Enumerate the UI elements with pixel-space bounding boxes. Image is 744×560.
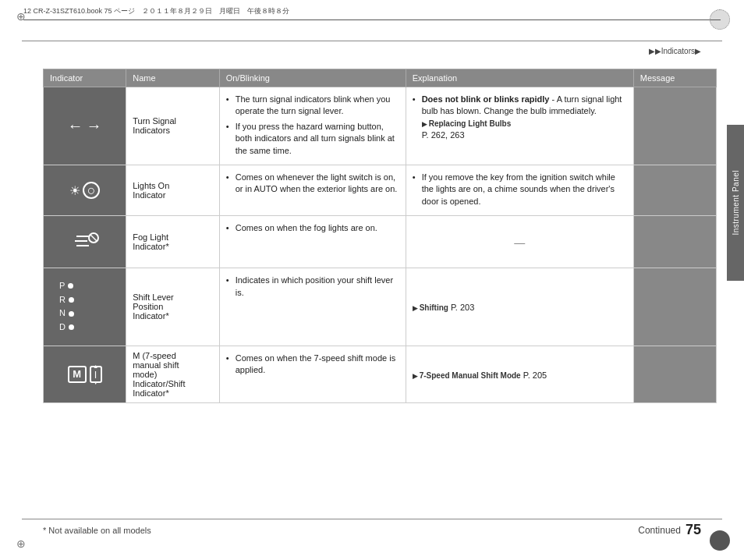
gear-row-p: P <box>59 279 110 293</box>
corner-br <box>710 530 730 551</box>
explanation-dash: — <box>514 236 525 249</box>
fog-light-name: Fog LightIndicator* <box>133 232 168 251</box>
i-top: ▲ <box>93 363 98 369</box>
shift-lever-blink-cell: Indicates in which position your shift l… <box>219 268 406 346</box>
fog-light-name-cell: Fog LightIndicator* <box>126 216 219 268</box>
message-dash: — <box>669 184 680 197</box>
message-dash: — <box>669 236 680 248</box>
lights-on-blink-list: Comes on whenever the light switch is on… <box>226 172 399 196</box>
indicators-table-wrap: Indicator Name On/Blinking Explanation M… <box>43 69 717 403</box>
breadcrumb-text: ▶▶Indicators▶ <box>649 47 701 55</box>
continued-label: Continued <box>638 525 681 536</box>
gear-label-r: R <box>59 293 66 307</box>
lights-on-icon: ☀ ○ <box>50 175 119 205</box>
arrow-right-icon: → <box>87 117 102 135</box>
footer: * Not available on all models Continued … <box>43 522 701 538</box>
shift-lever-blink-list: Indicates in which position your shift l… <box>226 275 399 299</box>
col-name: Name <box>126 69 219 87</box>
gear-dot-n <box>69 311 74 317</box>
lights-on-name: Lights OnIndicator <box>133 181 169 200</box>
bottom-rule <box>22 519 722 519</box>
col-indicator: Indicator <box>44 69 126 87</box>
top-rule <box>22 41 722 41</box>
list-item: Comes on whenever the light switch is on… <box>226 172 399 196</box>
gear-dot-d <box>69 324 74 330</box>
list-item: Comes on when the 7-speed shift mode is … <box>226 353 399 377</box>
list-item: If you remove the key from the ignition … <box>413 172 627 207</box>
m-mode-explanation-cell: 7-Speed Manual Shift Mode P. 205 <box>406 346 633 402</box>
i-box-icon: ▲ | ▼ <box>90 366 102 383</box>
svg-line-4 <box>90 235 97 241</box>
table-row: ☀ ○ Lights OnIndicator Comes on whenever… <box>44 165 717 215</box>
gear-row-n: N <box>59 307 110 321</box>
gear-label-n: N <box>59 307 66 321</box>
shift-lever-indicator-cell: P R N D <box>44 268 126 346</box>
indicators-table: Indicator Name On/Blinking Explanation M… <box>43 69 717 403</box>
m-mode-blink-list: Comes on when the 7-speed shift mode is … <box>226 353 399 377</box>
page-num: 75 <box>686 522 701 538</box>
gear-label-d: D <box>59 321 66 335</box>
list-item: Indicates in which position your shift l… <box>226 275 399 299</box>
arrow-left-icon: ← <box>68 117 83 135</box>
lights-on-indicator-cell: ☀ ○ <box>44 165 126 215</box>
corner-bl <box>14 537 28 551</box>
message-dash: — <box>669 368 680 381</box>
turn-signal-explanation-cell: Does not blink or blinks rapidly - A tur… <box>406 87 633 165</box>
shift-lever-message-cell: — <box>633 268 716 346</box>
i-mid: | <box>94 370 97 378</box>
fog-light-svg <box>70 227 100 252</box>
shift-lever-name: Shift LeverPositionIndicator* <box>133 292 174 321</box>
gear-dot-p <box>68 283 73 289</box>
gear-row-d: D <box>59 321 110 335</box>
lights-on-message-cell: — <box>633 165 716 215</box>
gear-row-r: R <box>59 293 110 307</box>
file-info-bar: 12 CR-Z-31SZT610.book 75 ページ ２０１１年８月２９日 … <box>23 6 721 20</box>
col-on-blinking: On/Blinking <box>219 69 406 87</box>
table-row: P R N D <box>44 268 717 346</box>
m-mode-indicator-cell: M ▲ | ▼ <box>44 346 126 402</box>
ref-page: P. 262, 263 <box>422 130 465 140</box>
shift-lever-explanation-cell: Shifting P. 203 <box>406 268 633 346</box>
col-message: Message <box>633 69 716 87</box>
turn-signal-message-cell: — <box>633 87 716 165</box>
turn-signal-icon: ← → <box>50 109 119 143</box>
fog-light-message-cell: — <box>633 216 716 268</box>
m-mode-name-cell: M (7-speedmanual shiftmode)Indicator/Shi… <box>126 346 219 402</box>
shifting-ref-link: Shifting <box>413 303 448 312</box>
file-info-text: 12 CR-Z-31SZT610.book 75 ページ ２０１１年８月２９日 … <box>23 6 289 16</box>
fog-light-explanation-cell: — <box>406 216 633 268</box>
list-item: Comes on when the fog lights are on. <box>226 222 399 234</box>
list-item: If you press the hazard warning button, … <box>226 121 399 157</box>
turn-signal-indicator-cell: ← → <box>44 87 126 165</box>
m-box-icon: M <box>68 366 87 383</box>
table-row: Fog LightIndicator* Comes on when the fo… <box>44 216 717 268</box>
fog-light-indicator-cell <box>44 216 126 268</box>
m-mode-icon: M ▲ | ▼ <box>50 358 119 391</box>
lights-on-name-cell: Lights OnIndicator <box>126 165 219 215</box>
fog-light-blink-list: Comes on when the fog lights are on. <box>226 222 399 234</box>
lights-on-blink-cell: Comes on whenever the light switch is on… <box>219 165 406 215</box>
fog-light-blink-cell: Comes on when the fog lights are on. <box>219 216 406 268</box>
m-mode-blink-cell: Comes on when the 7-speed shift mode is … <box>219 346 406 402</box>
gear-label-p: P <box>59 279 65 293</box>
table-header-row: Indicator Name On/Blinking Explanation M… <box>44 69 717 87</box>
side-tab: Instrument Panel <box>727 125 744 281</box>
turn-signal-blink-list: The turn signal indicators blink when yo… <box>226 94 399 157</box>
fog-light-icon <box>50 221 119 263</box>
turn-signal-name-cell: Turn SignalIndicators <box>126 87 219 165</box>
message-dash: — <box>669 119 680 132</box>
lights-on-explanation-list: If you remove the key from the ignition … <box>413 172 627 207</box>
side-tab-label: Instrument Panel <box>732 170 740 236</box>
gear-dot-r <box>69 297 74 303</box>
7speed-ref-link: 7-Speed Manual Shift Mode <box>413 371 521 380</box>
breadcrumb: ▶▶Indicators▶ <box>649 47 701 55</box>
ref-link: Replacing Light Bulbs <box>422 119 512 128</box>
table-row: ← → Turn SignalIndicators The turn signa… <box>44 87 717 165</box>
message-dash: — <box>669 300 680 313</box>
m-mode-message-cell: — <box>633 346 716 402</box>
i-bot: ▼ <box>93 380 98 385</box>
turn-signal-on-blink-cell: The turn signal indicators blink when yo… <box>219 87 406 165</box>
lights-bulb-icon: ○ <box>83 182 100 199</box>
shift-lever-name-cell: Shift LeverPositionIndicator* <box>126 268 219 346</box>
lights-on-explanation-cell: If you remove the key from the ignition … <box>406 165 633 215</box>
